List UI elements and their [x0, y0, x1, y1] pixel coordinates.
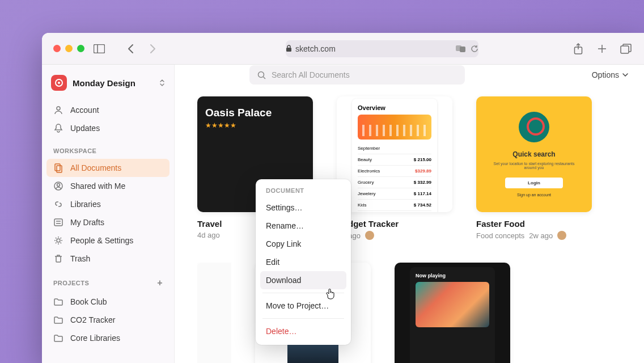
document-thumbnail: Now playing — [395, 263, 510, 363]
sidebar-item-label: People & Settings — [70, 236, 133, 245]
document-thumbnail: Overview September Beauty$ 215.00 Electr… — [337, 96, 452, 212]
context-menu-header: DOCUMENT — [260, 184, 346, 199]
sidebar-item-account[interactable]: Account — [46, 101, 170, 119]
folder-icon — [53, 333, 63, 343]
sidebar-item-label: Trash — [70, 254, 90, 263]
workspace-section-header: WORKSPACE — [46, 137, 170, 159]
document-card[interactable]: Quick search Set your location to start … — [476, 96, 592, 240]
url-host: sketch.com — [295, 44, 336, 53]
reload-icon[interactable] — [471, 45, 478, 53]
sidebar-item-libraries[interactable]: Libraries — [46, 195, 170, 213]
sidebar-item-people-settings[interactable]: People & Settings — [46, 231, 170, 250]
document-grid: Oasis Palace ★★★★★ Travel 4d ago Overvie… — [175, 85, 644, 363]
sidebar-item-label: Account — [70, 105, 99, 115]
ctx-delete[interactable]: Delete… — [260, 322, 346, 340]
chevron-down-icon — [622, 73, 628, 77]
main-panel: Options Oasis Palace ★★★★★ Travel 4d ago — [175, 65, 644, 363]
bell-icon — [53, 123, 63, 133]
search-icon — [257, 71, 266, 79]
document-thumbnail: Quick search Set your location to start … — [476, 96, 592, 212]
document-card[interactable]: Now playing — [395, 263, 510, 363]
cursor-pointer-icon — [325, 288, 336, 298]
svg-rect-13 — [55, 164, 60, 171]
sidebar-item-shared[interactable]: Shared with Me — [46, 177, 170, 195]
document-card[interactable]: Hybrid iOS Concepts — [197, 263, 231, 363]
sidebar-item-label: Updates — [70, 124, 100, 133]
safari-window: sketch.com — [42, 33, 644, 363]
svg-point-21 — [258, 71, 264, 77]
document-title: Faster Food — [476, 219, 592, 229]
svg-point-11 — [58, 82, 60, 84]
avatar — [557, 231, 566, 240]
ctx-download[interactable]: Download — [260, 271, 346, 289]
window-close[interactable] — [53, 45, 61, 52]
forward-icon[interactable] — [146, 42, 159, 56]
topbar: Options — [175, 65, 644, 85]
shared-icon — [53, 181, 63, 191]
ctx-rename[interactable]: Rename… — [260, 217, 346, 235]
traffic-lights — [53, 45, 84, 52]
project-label: CO2 Tracker — [70, 315, 115, 324]
sidebar-item-label: All Documents — [70, 163, 121, 172]
back-icon[interactable] — [124, 42, 138, 56]
link-icon — [53, 199, 63, 209]
translate-icon[interactable] — [456, 45, 466, 53]
sidebar: Monday Design Account Updates WORKSPACE … — [42, 65, 175, 363]
options-label: Options — [592, 70, 619, 79]
svg-rect-4 — [460, 47, 465, 52]
share-icon[interactable] — [571, 42, 585, 56]
drafts-icon — [53, 217, 63, 227]
sidebar-item-all-documents[interactable]: All Documents — [46, 159, 170, 177]
document-title: Budget Tracker — [337, 219, 452, 229]
svg-rect-17 — [54, 219, 62, 226]
context-menu: DOCUMENT Settings… Rename… Copy Link Edi… — [256, 179, 351, 345]
person-icon — [53, 105, 63, 115]
sidebar-item-updates[interactable]: Updates — [46, 119, 170, 137]
svg-rect-0 — [94, 44, 105, 53]
sidebar-item-label: Shared with Me — [70, 182, 125, 191]
ctx-copy-link[interactable]: Copy Link — [260, 235, 346, 253]
workspace-name: Monday Design — [73, 78, 135, 88]
sidebar-toggle-icon[interactable] — [92, 42, 106, 56]
ctx-settings[interactable]: Settings… — [260, 199, 346, 217]
ctx-edit[interactable]: Edit — [260, 253, 346, 271]
document-time: 4d ago — [197, 231, 220, 239]
address-bar[interactable]: sketch.com — [286, 40, 478, 57]
document-card[interactable]: Overview September Beauty$ 215.00 Electr… — [337, 96, 452, 240]
svg-rect-14 — [57, 166, 62, 172]
svg-point-12 — [57, 107, 60, 110]
new-tab-icon[interactable] — [595, 42, 609, 56]
add-project-button[interactable]: + — [157, 278, 163, 288]
document-time: 2w ago — [529, 231, 553, 240]
avatar — [365, 231, 374, 240]
sidebar-item-project[interactable]: CO2 Tracker — [46, 311, 170, 329]
sidebar-item-trash[interactable]: Trash — [46, 250, 170, 268]
sidebar-item-drafts[interactable]: My Drafts — [46, 213, 170, 231]
projects-section-header: PROJECTS + — [46, 268, 170, 293]
search-box[interactable] — [249, 65, 465, 85]
sidebar-item-project[interactable]: Book Club — [46, 293, 170, 311]
window-minimize[interactable] — [65, 45, 73, 52]
gear-icon — [53, 235, 63, 246]
svg-rect-2 — [286, 48, 291, 52]
tabs-icon[interactable] — [619, 42, 633, 56]
search-input[interactable] — [272, 70, 457, 79]
svg-rect-9 — [621, 46, 629, 53]
sidebar-item-project[interactable]: Core Libraries — [46, 329, 170, 347]
project-label: Core Libraries — [70, 334, 120, 343]
project-label: Book Club — [70, 297, 107, 306]
window-zoom[interactable] — [77, 45, 84, 52]
document-thumbnail — [197, 263, 231, 363]
svg-point-16 — [57, 184, 60, 187]
browser-titlebar: sketch.com — [42, 33, 644, 65]
divider — [262, 318, 344, 319]
folder-icon — [53, 315, 63, 325]
svg-point-20 — [57, 239, 60, 242]
workspace-switcher[interactable]: Monday Design — [46, 73, 170, 101]
documents-icon — [53, 163, 63, 173]
lock-icon — [286, 45, 292, 52]
options-button[interactable]: Options — [592, 70, 628, 79]
sidebar-item-label: My Drafts — [70, 218, 104, 227]
chevron-updown-icon — [159, 79, 165, 87]
sidebar-item-label: Libraries — [70, 200, 101, 209]
